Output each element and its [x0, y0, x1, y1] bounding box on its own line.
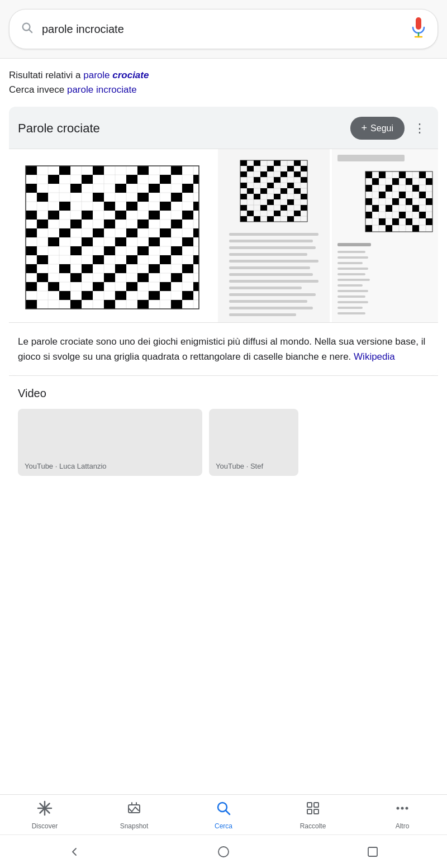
svg-rect-89	[104, 246, 115, 255]
search-bar-container: parole incrociate	[0, 0, 447, 59]
svg-rect-42	[59, 166, 70, 175]
svg-rect-99	[82, 264, 93, 273]
svg-line-1	[29, 30, 32, 32]
svg-rect-186	[267, 216, 274, 222]
parole-link[interactable]: parole	[83, 70, 110, 80]
svg-rect-239	[365, 198, 372, 205]
svg-rect-248	[419, 212, 426, 218]
svg-rect-101	[149, 264, 160, 273]
crossword-image-1[interactable]	[9, 149, 216, 322]
svg-rect-242	[426, 198, 432, 205]
svg-rect-85	[149, 237, 160, 246]
svg-rect-73	[104, 220, 115, 228]
more-options-button[interactable]: ⋮	[410, 120, 429, 137]
svg-rect-95	[160, 255, 171, 264]
svg-rect-75	[171, 220, 182, 228]
svg-rect-232	[426, 178, 432, 185]
bottom-nav: Discover Snapshot Cerca	[0, 794, 447, 834]
nav-altro[interactable]: Altro	[380, 800, 425, 830]
knowledge-card: Parole crociate + Segui ⋮	[9, 107, 438, 375]
svg-rect-109	[48, 282, 59, 291]
knowledge-header: Parole crociate + Segui ⋮	[9, 107, 438, 149]
svg-rect-200	[229, 307, 313, 309]
svg-rect-48	[126, 175, 137, 184]
svg-rect-120	[70, 300, 82, 309]
mic-icon[interactable]	[411, 17, 426, 41]
svg-rect-191	[229, 246, 316, 249]
svg-rect-57	[93, 193, 104, 202]
svg-rect-251	[406, 218, 412, 225]
svg-rect-155	[287, 166, 294, 171]
svg-rect-167	[247, 188, 254, 194]
crossword-image-2[interactable]	[218, 149, 330, 322]
svg-rect-266	[337, 295, 365, 298]
cerca-invece-link[interactable]: parole incrociate	[67, 84, 137, 95]
svg-rect-258	[337, 251, 365, 253]
home-button[interactable]	[206, 841, 241, 863]
svg-rect-78	[93, 228, 104, 237]
svg-rect-287	[368, 847, 377, 856]
crossword-image-3[interactable]	[332, 149, 438, 322]
svg-rect-183	[294, 211, 301, 216]
svg-rect-180	[301, 205, 307, 211]
svg-rect-240	[392, 198, 399, 205]
svg-rect-234	[386, 185, 392, 192]
svg-rect-268	[337, 307, 363, 309]
search-icon	[21, 21, 33, 37]
svg-rect-250	[392, 218, 399, 225]
svg-rect-67	[82, 211, 93, 220]
nav-discover[interactable]: Discover	[22, 800, 67, 830]
nav-raccolte-label: Raccolte	[300, 822, 326, 830]
svg-rect-151	[274, 160, 280, 166]
svg-rect-104	[70, 273, 82, 282]
recents-button[interactable]	[355, 841, 391, 863]
svg-rect-172	[254, 194, 260, 199]
search-bar[interactable]: parole incrociate	[9, 9, 438, 49]
svg-rect-112	[160, 282, 171, 291]
svg-rect-178	[260, 205, 267, 211]
video-card-1[interactable]: YouTube · Luca Lattanzio	[18, 409, 202, 476]
svg-rect-156	[301, 166, 307, 171]
svg-rect-169	[280, 188, 287, 194]
crociate-link[interactable]: crociate	[112, 70, 149, 80]
risultati-line1: Risultati relativi a parole crociate	[9, 70, 438, 81]
svg-rect-281	[307, 809, 312, 814]
svg-rect-259	[337, 256, 368, 259]
svg-rect-152	[294, 160, 301, 166]
risultati-line2: Cerca invece parole incrociate	[9, 84, 438, 96]
svg-rect-197	[229, 287, 302, 289]
svg-point-286	[218, 847, 229, 857]
svg-rect-55	[182, 184, 193, 193]
nav-raccolte[interactable]: Raccolte	[291, 800, 335, 830]
svg-rect-113	[193, 282, 199, 291]
svg-rect-236	[379, 192, 386, 198]
svg-rect-107	[171, 273, 182, 282]
svg-rect-174	[301, 194, 307, 199]
search-input[interactable]: parole incrociate	[42, 23, 405, 36]
svg-rect-160	[294, 171, 301, 177]
svg-rect-165	[267, 183, 274, 188]
svg-rect-158	[260, 171, 267, 177]
wikipedia-link[interactable]: Wikipedia	[354, 351, 395, 362]
nav-altro-label: Altro	[396, 822, 410, 830]
svg-rect-176	[287, 199, 294, 205]
svg-rect-194	[229, 266, 310, 269]
video-card-2[interactable]: YouTube · Stef	[209, 409, 298, 476]
follow-button[interactable]: + Segui	[350, 117, 405, 140]
svg-rect-190	[229, 240, 313, 242]
svg-rect-199	[229, 300, 307, 303]
svg-rect-247	[399, 212, 406, 218]
back-button[interactable]	[56, 841, 92, 863]
svg-rect-179	[280, 205, 287, 211]
nav-snapshot[interactable]: Snapshot	[112, 800, 156, 830]
svg-rect-66	[48, 211, 59, 220]
nav-cerca-label: Cerca	[215, 822, 232, 830]
svg-rect-70	[182, 211, 193, 220]
svg-rect-255	[412, 225, 419, 232]
svg-rect-65	[26, 211, 37, 220]
svg-rect-121	[104, 300, 115, 309]
cerca-icon	[216, 800, 231, 820]
nav-cerca[interactable]: Cerca	[201, 800, 246, 830]
svg-rect-244	[386, 205, 392, 212]
svg-rect-153	[247, 166, 254, 171]
